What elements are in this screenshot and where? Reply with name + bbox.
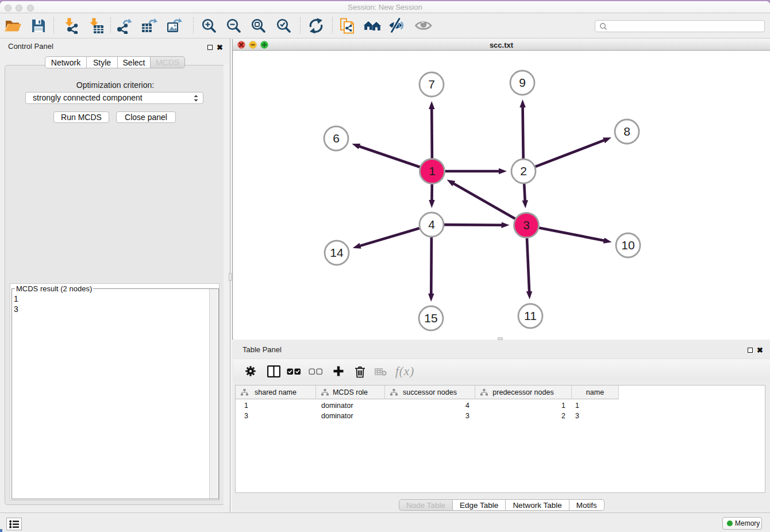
svg-text:15: 15 (424, 311, 437, 325)
svg-text:3: 3 (523, 218, 530, 232)
svg-text:14: 14 (330, 246, 344, 259)
svg-text:6: 6 (333, 132, 340, 145)
svg-text:8: 8 (623, 125, 630, 138)
svg-text:10: 10 (621, 238, 634, 252)
svg-text:11: 11 (524, 309, 537, 322)
svg-text:4: 4 (428, 218, 435, 231)
svg-text:9: 9 (519, 76, 526, 89)
svg-text:1: 1 (429, 164, 436, 178)
svg-text:7: 7 (428, 78, 435, 91)
svg-text:2: 2 (520, 164, 527, 178)
